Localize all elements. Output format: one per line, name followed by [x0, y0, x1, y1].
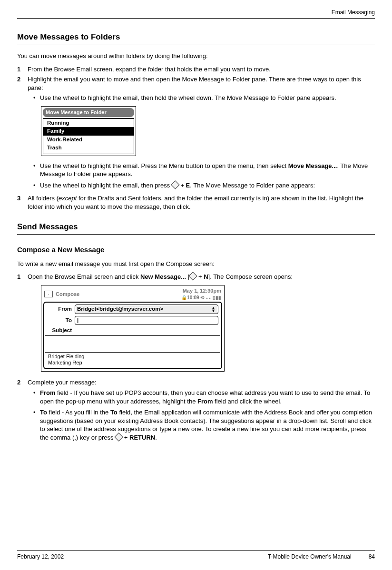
bullet-to-field: • To field - As you fill in the To field…: [33, 408, 375, 442]
bullet-dot: •: [33, 408, 40, 442]
from-field[interactable]: Bridget<bridget@myserver.com> ▲▼: [75, 305, 218, 314]
t: .: [155, 434, 157, 441]
compose-intro: To write a new email message you must fi…: [17, 260, 375, 268]
stepper-icon[interactable]: ▲▼: [211, 306, 216, 312]
compose-step-1: 1 Open the Browse Email screen and click…: [17, 273, 375, 376]
new-message-label: New Message...: [140, 273, 186, 280]
mail-icon: [44, 291, 53, 297]
to-word2: To: [110, 409, 118, 416]
t: +: [122, 434, 129, 441]
from-value: Bridget<bridget@myserver.com>: [77, 305, 163, 313]
bullet-from-field: • From field - If you have set up POP3 a…: [33, 389, 375, 405]
menu-move-label: Move Message...: [288, 162, 337, 169]
step-3: 3 All folders (except for the Drafts and…: [17, 194, 375, 211]
footer-page: 84: [369, 553, 375, 560]
t: All folders (: [28, 195, 59, 202]
move-intro: You can move messages around within fold…: [17, 52, 375, 60]
section-move-title: Move Messages to Folders: [17, 32, 375, 43]
sig-line1: Bridget Fielding: [48, 354, 217, 360]
bullet-menu-button: • Use the wheel to highlight the email. …: [33, 162, 375, 178]
section-rule: [17, 45, 375, 45]
move-item-trash[interactable]: Trash: [43, 144, 134, 154]
step-1: 1 From the Browse Email screen, expand t…: [17, 65, 375, 74]
step-num: 2: [17, 75, 28, 192]
subject-label: Subject: [47, 327, 75, 334]
t: Use the wheel to highlight the email. Pr…: [40, 162, 288, 169]
figure-compose-screen: Compose May 1, 12:30pm 🔒10:09 ⟲ ⬩⬩ ▯▮▮ F…: [41, 285, 225, 372]
datetime: May 1, 12:30pm: [181, 287, 221, 295]
t: Open the Browse Email screen and click: [28, 273, 140, 280]
subject-field[interactable]: [75, 327, 218, 334]
running-header: Email Messaging: [17, 9, 375, 17]
move-item-family[interactable]: Family: [43, 127, 134, 136]
from-word2: From: [197, 398, 213, 405]
move-list: Running Family Work-Related Trash: [43, 118, 134, 154]
move-pane-title: Move Message to Folder: [43, 108, 134, 117]
clock: 10:09: [187, 295, 199, 300]
to-label: To: [47, 317, 75, 324]
step-body: Open the Browse Email screen and click N…: [28, 273, 375, 376]
bullet-hold-wheel: • Use the wheel to highlight the email, …: [33, 94, 375, 102]
bullet-text: Use the wheel to highlight the email. Pr…: [40, 162, 375, 178]
step-num: 1: [17, 273, 28, 376]
from-word: From: [40, 389, 56, 396]
compose-form: From Bridget<bridget@myserver.com> ▲▼ To…: [43, 302, 222, 369]
step2-text: Highlight the email you want to move and…: [28, 76, 361, 91]
subsection-compose-title: Compose a New Message: [17, 245, 375, 255]
t: ]. The Compose screen opens:: [208, 273, 293, 280]
bullet-press-e: • Use the wheel to highlight the email, …: [33, 181, 375, 190]
move-item-running[interactable]: Running: [43, 119, 134, 128]
to-field[interactable]: |: [75, 316, 218, 325]
step-body: Highlight the email you want to move and…: [28, 75, 375, 192]
message-body[interactable]: [45, 336, 220, 352]
step-2: 2 Highlight the email you want to move a…: [17, 75, 375, 192]
bullet-text: Use the wheel to highlight the email, th…: [40, 94, 375, 102]
step-num: 3: [17, 194, 28, 211]
signature: Bridget Fielding Marketing Rep: [45, 353, 220, 367]
page-footer: February 12, 2002 T-Mobile Device Owner'…: [17, 550, 375, 560]
compose-label: Compose: [56, 291, 79, 298]
footer-date: February 12, 2002: [17, 553, 64, 560]
t: for the Drafts and Sent folders, and the…: [28, 195, 363, 210]
t: Use the wheel to highlight the email, th…: [40, 182, 172, 189]
bullet-text: Use the wheel to highlight the email, th…: [40, 181, 375, 190]
section-rule: [17, 234, 375, 235]
to-word: To: [40, 409, 47, 416]
bullet-dot: •: [33, 94, 40, 102]
step-num: 2: [17, 378, 28, 444]
section-send-title: Send Messages: [17, 222, 375, 233]
t: Complete your message:: [28, 379, 97, 386]
bullet-dot: •: [33, 162, 40, 178]
bullet-text: From field - If you have set up POP3 acc…: [40, 389, 375, 405]
t: . The Move Message to Folder pane appear…: [190, 182, 315, 189]
key-n: N: [204, 273, 208, 280]
key-return: RETURN: [129, 434, 155, 441]
step-num: 1: [17, 65, 28, 74]
sig-line2: Marketing Rep: [48, 360, 217, 366]
compose-step-2: 2 Complete your message: • From field - …: [17, 378, 375, 444]
except-italic: except: [59, 195, 77, 202]
header-rule: [17, 18, 375, 19]
bullet-dot: •: [33, 181, 40, 190]
step-body: Complete your message: • From field - If…: [28, 378, 375, 444]
step-body: All folders (except for the Drafts and S…: [28, 194, 375, 211]
t: field and click the wheel.: [213, 398, 282, 405]
footer-manual: T-Mobile Device Owner's Manual: [268, 553, 352, 560]
diamond-icon: [171, 180, 179, 189]
t: +: [196, 273, 204, 280]
t: +: [179, 182, 186, 189]
bullet-dot: •: [33, 389, 40, 405]
step-body: From the Browse Email screen, expand the…: [28, 65, 375, 74]
figure-move-message: Move Message to Folder Running Family Wo…: [41, 106, 136, 156]
key-e: E: [186, 182, 190, 189]
t: field - As you fill in the: [47, 409, 110, 416]
move-item-work[interactable]: Work-Related: [43, 136, 134, 144]
bullet-text: To field - As you fill in the To field, …: [40, 408, 375, 442]
from-label: From: [47, 305, 75, 313]
